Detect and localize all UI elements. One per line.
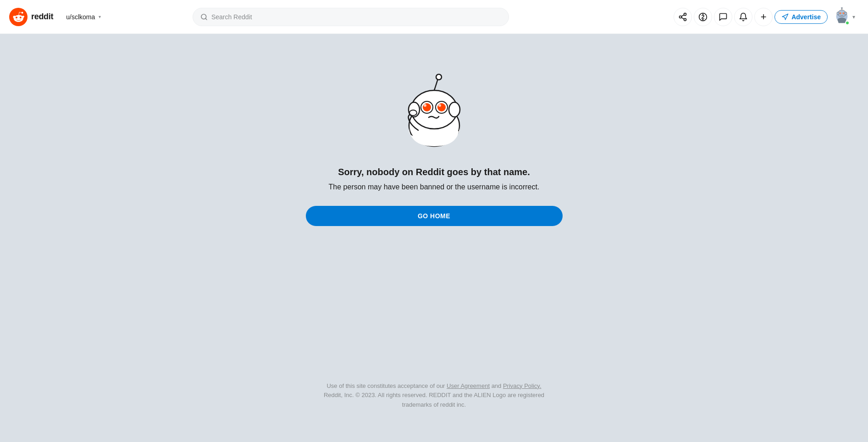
chat-icon-btn[interactable] [714,8,732,26]
reddit-logo-icon [9,8,28,26]
footer-line1-prefix: Use of this site constitutes acceptance … [326,382,447,389]
avatar-chevron-icon: ▾ [852,14,855,20]
svg-line-2 [205,18,207,20]
svg-point-30 [424,104,426,107]
coins-icon [698,12,708,22]
svg-point-29 [437,103,446,111]
notification-icon-btn[interactable] [734,8,752,26]
privacy-policy-link[interactable]: Privacy Policy. [503,382,542,389]
svg-point-17 [840,12,841,14]
coins-icon-btn[interactable] [694,8,712,26]
user-agreement-link[interactable]: User Agreement [447,382,490,389]
svg-point-23 [436,74,442,80]
svg-point-19 [837,11,839,15]
search-container: Search Reddit [193,8,509,26]
svg-point-28 [423,103,431,111]
share-icon-btn[interactable] [674,8,692,26]
svg-point-32 [409,110,417,116]
svg-line-6 [681,17,684,19]
advertise-label: Advertise [791,13,821,21]
main-content: Sorry, nobody on Reddit goes by that nam… [0,34,868,442]
search-icon [200,13,208,21]
chat-icon [719,12,728,22]
create-icon-btn[interactable]: + [754,8,773,26]
footer-line2: Reddit, Inc. © 2023. All rights reserved… [324,391,544,400]
avatar-area[interactable]: ▾ [829,6,859,28]
share-icon [678,12,687,22]
plus-icon: + [761,11,767,23]
reddit-logo-link[interactable]: reddit [9,8,53,26]
bell-icon [739,12,748,22]
header-actions: + Advertise [674,6,859,28]
go-home-button[interactable]: GO HOME [306,206,563,226]
svg-point-20 [845,11,847,15]
error-illustration [393,61,475,153]
online-status-dot [845,21,850,25]
footer-and: and [492,382,503,389]
svg-point-31 [438,104,441,107]
megaphone-icon [781,13,789,21]
header: reddit u/sclkoma ▾ Search Reddit [0,0,868,34]
svg-line-7 [681,15,684,16]
search-placeholder: Search Reddit [211,13,252,21]
search-bar[interactable]: Search Reddit [193,8,509,26]
footer: Use of this site constitutes acceptance … [315,363,553,424]
svg-point-18 [843,12,844,14]
reddit-wordmark: reddit [31,12,53,22]
svg-point-14 [841,7,843,9]
svg-point-25 [449,102,460,117]
error-title: Sorry, nobody on Reddit goes by that nam… [338,167,530,177]
username-label: u/sclkoma [66,13,95,21]
chevron-down-icon: ▾ [99,14,101,19]
error-subtitle: The person may have been banned or the u… [329,183,540,191]
user-switcher[interactable]: u/sclkoma ▾ [61,11,106,23]
advertise-button[interactable]: Advertise [774,10,828,24]
footer-line3: trademarks of reddit inc. [324,400,544,410]
